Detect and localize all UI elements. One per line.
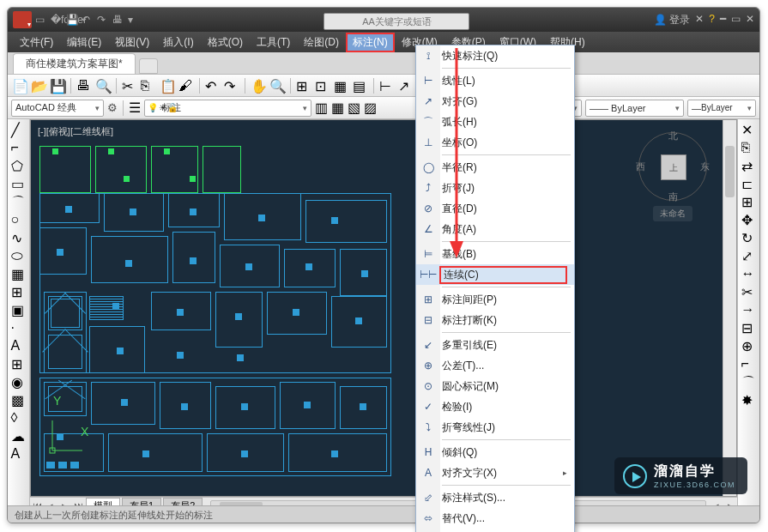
menu-视图[interactable]: 视图(V) bbox=[108, 33, 156, 52]
signin-button[interactable]: 👤 登录 bbox=[654, 13, 690, 27]
menu-item-连续[interactable]: ⊢⊢连续(C) bbox=[416, 264, 574, 285]
menu-item-线性[interactable]: ⊢线性(L) bbox=[416, 70, 574, 91]
scale-icon[interactable]: ⤢ bbox=[741, 248, 757, 263]
break-icon[interactable]: ⊟ bbox=[741, 320, 757, 336]
drawing-canvas[interactable]: [-][俯视][二维线框] 北南 东西 上 未命名 bbox=[31, 120, 723, 496]
table-icon[interactable]: ⊞ bbox=[11, 356, 27, 372]
layer-tool1-icon[interactable]: ▥ bbox=[315, 100, 328, 116]
menu-item-标注样式[interactable]: ⬃标注样式(S)... bbox=[416, 487, 574, 508]
menu-item-快速标注[interactable]: ⟟快速标注(Q) bbox=[416, 45, 574, 66]
layer-combo[interactable]: 💡☀🔓 标注 bbox=[144, 100, 311, 117]
hatch-icon[interactable]: ▦ bbox=[11, 266, 27, 281]
chamfer-icon[interactable]: ⌐ bbox=[741, 356, 757, 372]
qat-more-icon[interactable]: ▾ bbox=[128, 14, 140, 26]
qat-save-icon[interactable]: 💾 bbox=[66, 14, 78, 26]
menu-item-基线[interactable]: ⊨基线(B) bbox=[416, 244, 574, 264]
menu-标注[interactable]: 标注(N) bbox=[346, 33, 395, 52]
ucs-icon[interactable]: YX bbox=[48, 416, 91, 462]
menu-item-替代[interactable]: ⬄替代(V)... bbox=[416, 508, 574, 529]
spline-icon[interactable]: ∿ bbox=[11, 230, 27, 245]
pline-icon[interactable]: ⌐ bbox=[11, 140, 27, 155]
layer-tool2-icon[interactable]: ▦ bbox=[331, 100, 344, 116]
rotate-icon[interactable]: ↻ bbox=[741, 230, 757, 245]
tb-open-icon[interactable]: 📂 bbox=[30, 77, 47, 94]
menu-绘图[interactable]: 绘图(D) bbox=[297, 33, 346, 52]
layer-tool4-icon[interactable]: ▨ bbox=[364, 100, 377, 116]
menu-item-弧长[interactable]: ⌒弧长(H) bbox=[416, 112, 574, 132]
erase-icon[interactable]: ✕ bbox=[741, 122, 757, 137]
rect-icon[interactable]: ▭ bbox=[11, 176, 27, 191]
move-icon[interactable]: ✥ bbox=[741, 212, 757, 227]
menu-格式[interactable]: 格式(O) bbox=[201, 33, 250, 52]
tb-save-icon[interactable]: 💾 bbox=[49, 77, 66, 94]
vertical-scrollbar[interactable] bbox=[723, 120, 736, 496]
tb-dc-icon[interactable]: ⊡ bbox=[314, 77, 331, 94]
menu-item-对齐文字[interactable]: A对齐文字(X)▸ bbox=[416, 462, 574, 483]
tb-pan-icon[interactable]: ✋ bbox=[250, 77, 267, 94]
tb-tp-icon[interactable]: ▦ bbox=[333, 77, 350, 94]
minimize-icon[interactable]: ━ bbox=[720, 13, 726, 27]
menu-item-角度[interactable]: ∠角度(A) bbox=[416, 219, 574, 239]
qat-open-icon[interactable]: �folder bbox=[51, 14, 63, 26]
extend-icon[interactable]: → bbox=[741, 302, 757, 317]
menu-item-标注间距[interactable]: ⊞标注间距(P) bbox=[416, 289, 574, 310]
mirror-icon[interactable]: ⇄ bbox=[741, 158, 757, 173]
workspace-combo[interactable]: AutoCAD 经典 bbox=[11, 100, 104, 117]
tb-cut-icon[interactable]: ✂ bbox=[121, 77, 138, 94]
menu-item-标注打断[interactable]: ⊟标注打断(K) bbox=[416, 310, 574, 330]
qat-print-icon[interactable]: 🖶 bbox=[112, 14, 124, 26]
tb-preview-icon[interactable]: 🔍 bbox=[94, 77, 112, 94]
menu-插入[interactable]: 插入(I) bbox=[156, 33, 200, 52]
menu-item-直径[interactable]: ⊘直径(D) bbox=[416, 198, 574, 219]
menu-编辑[interactable]: 编辑(E) bbox=[60, 33, 108, 52]
point-icon[interactable]: · bbox=[11, 320, 27, 336]
linetype-combo[interactable]: —— ByLayer bbox=[585, 100, 684, 117]
menu-item-对齐[interactable]: ↗对齐(G) bbox=[416, 91, 574, 112]
text-icon[interactable]: A bbox=[11, 338, 27, 354]
menu-item-圆心标记[interactable]: ⊙圆心标记(M) bbox=[416, 376, 574, 396]
qat-redo-icon[interactable]: ↷ bbox=[97, 14, 109, 26]
layer-tool3-icon[interactable]: ▧ bbox=[348, 100, 360, 116]
tb-print-icon[interactable]: 🖶 bbox=[76, 77, 93, 94]
arc-icon[interactable]: ⌒ bbox=[11, 194, 27, 209]
app-menu-icon[interactable]: ▾ bbox=[13, 11, 32, 28]
qat-new-icon[interactable]: ▭ bbox=[35, 14, 47, 26]
tb-dim2-icon[interactable]: ↗ bbox=[397, 77, 414, 94]
tb-copy-icon[interactable]: ⎘ bbox=[140, 77, 157, 94]
help-icon[interactable]: ? bbox=[709, 13, 715, 27]
tb-paste-icon[interactable]: 📋 bbox=[159, 77, 176, 94]
offset-icon[interactable]: ⊏ bbox=[741, 176, 757, 191]
tb-redo-icon[interactable]: ↷ bbox=[223, 77, 240, 94]
tb-match-icon[interactable]: 🖌 bbox=[178, 77, 195, 94]
new-tab-button[interactable] bbox=[139, 58, 158, 74]
menu-item-坐标[interactable]: ⊥坐标(O) bbox=[416, 132, 574, 153]
join-icon[interactable]: ⊕ bbox=[741, 338, 757, 354]
qat-undo-icon[interactable]: ↶ bbox=[82, 14, 94, 26]
tb-zoom-icon[interactable]: 🔍 bbox=[269, 77, 286, 94]
ws-gear-icon[interactable]: ⚙ bbox=[107, 101, 118, 114]
document-tab[interactable]: 商住楼建筑方案草图* bbox=[13, 53, 136, 74]
tb-new-icon[interactable]: 📄 bbox=[11, 77, 28, 94]
fillet-icon[interactable]: ⌒ bbox=[741, 374, 757, 390]
lineweight-combo[interactable]: — ByLayer bbox=[687, 100, 756, 117]
insert-icon[interactable]: ⊞ bbox=[11, 284, 27, 299]
region-icon[interactable]: ◉ bbox=[11, 374, 27, 390]
tb-props-icon[interactable]: ⊞ bbox=[295, 77, 312, 94]
copy-icon[interactable]: ⎘ bbox=[741, 140, 757, 155]
menu-item-检验[interactable]: ✓检验(I) bbox=[416, 396, 574, 417]
menu-item-折弯线性[interactable]: ⤵折弯线性(J) bbox=[416, 417, 574, 438]
close-icon[interactable]: ✕ bbox=[746, 13, 754, 27]
block-icon[interactable]: ▣ bbox=[11, 302, 27, 317]
view-cube[interactable]: 北南 东西 上 未命名 bbox=[638, 132, 707, 221]
menu-item-多重引线[interactable]: ↙多重引线(E) bbox=[416, 335, 574, 355]
line-icon[interactable]: ╱ bbox=[11, 122, 27, 137]
exchange-icon[interactable]: ✕ bbox=[695, 13, 704, 27]
tb-undo-icon[interactable]: ↶ bbox=[204, 77, 221, 94]
menu-工具[interactable]: 工具(T) bbox=[250, 33, 297, 52]
mtext-icon[interactable]: A bbox=[11, 446, 27, 462]
menu-item-更新[interactable]: ↻更新(U) bbox=[416, 529, 574, 532]
menu-item-折弯[interactable]: ⤴折弯(J) bbox=[416, 178, 574, 198]
viewport-label[interactable]: [-][俯视][二维线框] bbox=[38, 125, 113, 138]
trim-icon[interactable]: ✂ bbox=[741, 284, 757, 299]
menu-文件[interactable]: 文件(F) bbox=[13, 33, 60, 52]
